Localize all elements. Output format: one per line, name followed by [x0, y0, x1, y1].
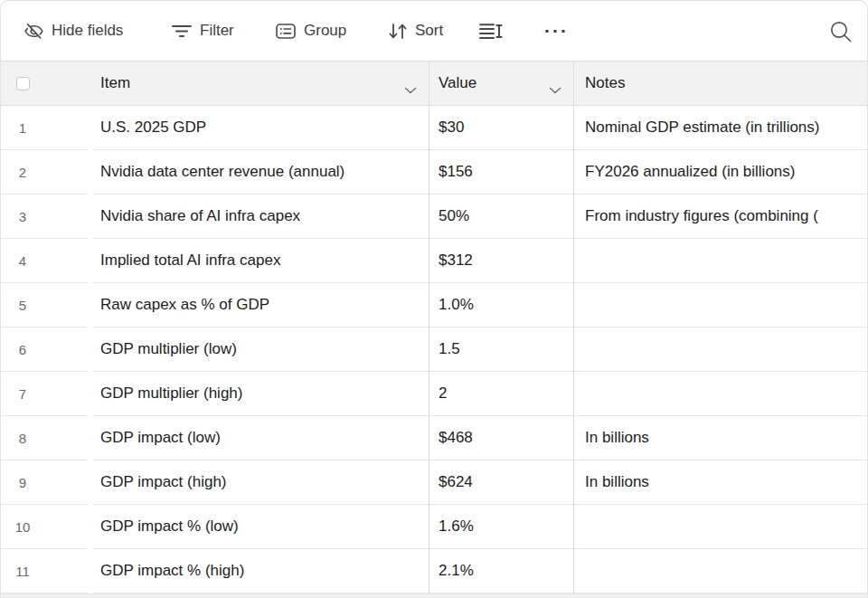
- cell-notes[interactable]: [573, 372, 868, 416]
- cell-notes[interactable]: [573, 505, 868, 549]
- row-number: 4: [5, 253, 41, 269]
- cell-text: 2: [439, 384, 447, 403]
- table-row[interactable]: 11 GDP impact % (high) 2.1%: [0, 549, 868, 593]
- row-gutter[interactable]: 8: [0, 416, 88, 460]
- cell-item[interactable]: U.S. 2025 GDP: [93, 106, 429, 150]
- filter-lines-icon: [172, 24, 192, 38]
- sort-label: Sort: [415, 22, 443, 40]
- filter-label: Filter: [200, 22, 234, 40]
- cell-notes[interactable]: In billions: [573, 460, 868, 505]
- cell-value[interactable]: $312: [429, 239, 573, 283]
- row-gutter[interactable]: 10: [0, 505, 88, 549]
- chevron-down-icon[interactable]: [549, 81, 561, 99]
- grid-view: Hide fields Filter: [0, 0, 868, 598]
- eye-off-icon: [24, 22, 43, 41]
- table-row[interactable]: 7 GDP multiplier (high) 2: [0, 372, 868, 416]
- search-icon: [828, 19, 853, 43]
- cell-text: 2.1%: [439, 562, 474, 580]
- column-header-notes[interactable]: Notes: [573, 62, 868, 105]
- cell-item[interactable]: Nvidia share of AI infra capex: [93, 195, 429, 239]
- cell-value[interactable]: 2.1%: [429, 549, 573, 593]
- column-divider[interactable]: [429, 62, 429, 593]
- cell-value[interactable]: 1.0%: [429, 283, 573, 327]
- column-label: Notes: [585, 74, 625, 92]
- cell-notes[interactable]: [573, 327, 868, 372]
- cell-value[interactable]: $624: [429, 460, 573, 505]
- cell-notes[interactable]: [573, 549, 868, 593]
- cell-text: $156: [439, 163, 473, 181]
- cell-text: GDP impact % (low): [100, 517, 239, 536]
- cell-text: Raw capex as % of GDP: [100, 296, 269, 314]
- cell-text: $30: [439, 119, 464, 137]
- row-gutter[interactable]: 6: [0, 327, 88, 372]
- arrows-up-down-icon: [389, 23, 407, 40]
- cell-item[interactable]: GDP impact (low): [93, 416, 429, 460]
- table-row[interactable]: 5 Raw capex as % of GDP 1.0%: [0, 283, 868, 327]
- table-row[interactable]: 9 GDP impact (high) $624 In billions: [0, 460, 868, 505]
- group-button[interactable]: Group: [276, 0, 346, 62]
- more-options-button[interactable]: ···: [544, 0, 569, 62]
- cell-notes[interactable]: [573, 239, 868, 283]
- row-gutter[interactable]: 4: [0, 239, 88, 283]
- cell-text: $624: [439, 473, 473, 491]
- cell-text: Implied total AI infra capex: [100, 252, 280, 270]
- cell-item[interactable]: GDP impact % (high): [93, 549, 429, 593]
- cell-item[interactable]: Implied total AI infra capex: [93, 239, 429, 283]
- list-box-icon: [276, 23, 296, 40]
- row-gutter[interactable]: 1: [0, 106, 88, 150]
- row-gutter[interactable]: 9: [0, 460, 88, 505]
- cell-notes[interactable]: FY2026 annualized (in billions): [573, 150, 868, 195]
- cell-value[interactable]: $156: [429, 150, 573, 195]
- cell-item[interactable]: Nvidia data center revenue (annual): [93, 150, 429, 195]
- cell-item[interactable]: GDP multiplier (high): [93, 372, 429, 416]
- column-label: Value: [439, 74, 476, 92]
- cell-value[interactable]: 50%: [429, 195, 573, 239]
- row-number: 8: [5, 431, 41, 446]
- cell-notes[interactable]: In billions: [573, 416, 868, 460]
- column-divider[interactable]: [573, 62, 574, 593]
- hide-fields-button[interactable]: Hide fields: [24, 0, 123, 62]
- cell-value[interactable]: 1.5: [429, 327, 573, 372]
- cell-text: GDP impact (low): [100, 429, 221, 447]
- search-button[interactable]: [828, 0, 853, 62]
- chevron-down-icon[interactable]: [404, 81, 417, 99]
- table-row[interactable]: 2 Nvidia data center revenue (annual) $1…: [0, 150, 868, 195]
- cell-notes[interactable]: Nominal GDP estimate (in trillions): [573, 106, 868, 150]
- cell-text: Nominal GDP estimate (in trillions): [585, 119, 819, 137]
- table-row[interactable]: 1 U.S. 2025 GDP $30 Nominal GDP estimate…: [0, 106, 868, 150]
- cell-notes[interactable]: [573, 283, 868, 327]
- cell-value[interactable]: $468: [429, 416, 573, 460]
- cell-text: Nvidia share of AI infra capex: [100, 207, 300, 225]
- table-row[interactable]: 3 Nvidia share of AI infra capex 50% Fro…: [0, 195, 868, 239]
- filter-button[interactable]: Filter: [172, 0, 234, 62]
- cell-item[interactable]: GDP impact % (low): [93, 505, 429, 549]
- sort-button[interactable]: Sort: [389, 0, 443, 62]
- row-gutter[interactable]: 3: [0, 195, 88, 239]
- row-number: 6: [5, 342, 41, 357]
- cell-value[interactable]: 2: [429, 372, 573, 416]
- cell-item[interactable]: GDP impact (high): [93, 460, 429, 505]
- table-row[interactable]: 6 GDP multiplier (low) 1.5: [0, 327, 868, 372]
- grid-header-row: Item Value Notes: [0, 62, 868, 106]
- cell-value[interactable]: $30: [429, 106, 573, 150]
- cell-notes[interactable]: From industry figures (combining (: [573, 195, 868, 239]
- row-gutter[interactable]: 7: [0, 372, 88, 416]
- cell-text: Nvidia data center revenue (annual): [100, 163, 344, 181]
- grid-rows: 1 U.S. 2025 GDP $30 Nominal GDP estimate…: [0, 106, 868, 593]
- row-gutter[interactable]: 5: [0, 283, 88, 327]
- cell-text: 1.0%: [439, 296, 474, 314]
- row-height-button[interactable]: [479, 0, 503, 62]
- row-gutter[interactable]: 2: [0, 150, 88, 195]
- column-header-value[interactable]: Value: [429, 62, 573, 105]
- table-row[interactable]: 10 GDP impact % (low) 1.6%: [0, 505, 868, 549]
- row-number: 2: [5, 165, 41, 180]
- row-gutter[interactable]: 11: [0, 549, 88, 593]
- row-number: 1: [5, 120, 41, 136]
- row-number: 7: [5, 386, 41, 402]
- cell-item[interactable]: GDP multiplier (low): [93, 327, 429, 372]
- table-row[interactable]: 4 Implied total AI infra capex $312: [0, 239, 868, 283]
- table-row[interactable]: 8 GDP impact (low) $468 In billions: [0, 416, 868, 460]
- cell-item[interactable]: Raw capex as % of GDP: [93, 283, 429, 327]
- cell-value[interactable]: 1.6%: [429, 505, 573, 549]
- column-header-item[interactable]: Item: [0, 62, 429, 105]
